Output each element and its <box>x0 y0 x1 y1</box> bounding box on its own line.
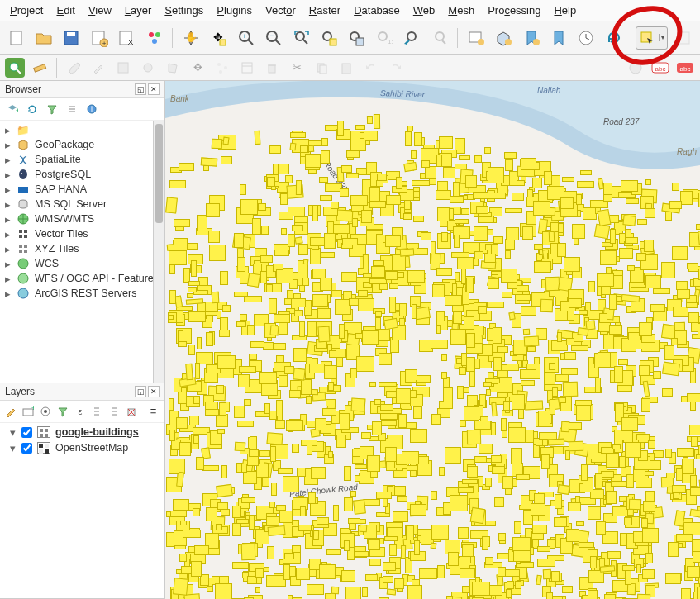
style-manager-button[interactable] <box>143 26 165 50</box>
layers-panel-float-button[interactable]: ◱ <box>135 386 146 397</box>
new-print-layout-button[interactable]: + <box>88 26 110 50</box>
expand-all-icon[interactable] <box>91 404 103 419</box>
add-feature-button[interactable] <box>138 58 158 78</box>
add-group-icon[interactable]: + <box>22 404 35 419</box>
pan-to-selection-button[interactable]: ✥ <box>207 26 230 50</box>
move-feature-button[interactable]: ✥ <box>188 58 207 78</box>
menu-raster[interactable]: Raster <box>302 1 347 20</box>
menu-help[interactable]: Help <box>547 1 583 20</box>
layers-panel-close-button[interactable]: ✕ <box>148 386 160 397</box>
tree-item-wfs[interactable]: ▸WFS / OGC API - Features <box>0 271 164 286</box>
add-polygon-button[interactable] <box>163 58 183 78</box>
menu-web[interactable]: Web <box>407 1 442 20</box>
style-layer-icon[interactable] <box>5 404 17 419</box>
redo-button[interactable] <box>386 58 406 78</box>
menu-mesh[interactable]: Mesh <box>441 1 481 20</box>
zoom-to-selection-button[interactable] <box>317 26 340 50</box>
layers-tree[interactable]: ▾ google-buildings ▾ OpenStreetMap <box>0 423 164 598</box>
menu-processing[interactable]: Processing <box>481 1 547 20</box>
tree-item-wms[interactable]: ▸WMS/WMTS <box>0 212 164 226</box>
tree-item-arcgis[interactable]: ▸ArcGIS REST Servers <box>0 286 164 301</box>
tree-item-geopackage[interactable]: ▸GeoPackage <box>0 137 164 152</box>
zoom-full-button[interactable] <box>290 26 312 50</box>
layer-item-google-buildings[interactable]: ▾ google-buildings <box>0 425 164 440</box>
browser-scrollbar[interactable] <box>153 121 164 383</box>
measure-button[interactable] <box>30 58 50 78</box>
filter-browser-icon[interactable] <box>45 102 60 116</box>
new-3d-view-button[interactable] <box>493 26 515 50</box>
layer-item-openstreetmap[interactable]: ▾ OpenStreetMap <box>0 440 164 456</box>
toolbar-separator <box>56 58 57 78</box>
map-canvas[interactable]: Sahibi River Nallah Road 237 Road 237 Pa… <box>165 81 700 599</box>
layout-manager-button[interactable] <box>116 26 138 50</box>
select-features-button[interactable]: ▾ <box>636 26 668 50</box>
tree-item-vectortiles[interactable]: ▸Vector Tiles <box>0 226 164 241</box>
pan-button[interactable]: ✋ <box>179 26 202 50</box>
zoom-to-layer-button[interactable] <box>345 26 368 50</box>
tree-item-saphana[interactable]: ▸SAP HANA <box>0 182 164 197</box>
tree-item-spatialite[interactable]: ▸SpatiaLite <box>0 152 164 167</box>
save-edits-button[interactable] <box>113 58 133 78</box>
vertex-tool-button[interactable] <box>212 58 232 78</box>
toggle-editing-button[interactable] <box>88 58 108 78</box>
label-abc-button[interactable]: abc <box>650 58 670 78</box>
menu-view[interactable]: View <box>82 1 118 20</box>
refresh-button[interactable] <box>602 26 625 50</box>
menu-layer[interactable]: Layer <box>118 1 159 20</box>
undo-button[interactable] <box>361 58 381 78</box>
browser-panel-close-button[interactable]: ✕ <box>148 83 160 95</box>
zoom-native-button[interactable]: 1:1 <box>373 26 395 50</box>
filter-legend-icon[interactable] <box>56 404 69 419</box>
layers-menu-icon[interactable]: ≡ <box>147 404 160 419</box>
zoom-in-button[interactable]: + <box>235 26 257 50</box>
layer-visibility-checkbox[interactable] <box>21 427 32 438</box>
globe-icon <box>17 257 30 270</box>
tree-item-home[interactable]: ▸📁 <box>0 122 164 137</box>
menu-database[interactable]: Database <box>347 1 407 20</box>
copy-features-button[interactable] <box>312 58 331 78</box>
layer-visibility-checkbox[interactable] <box>21 443 32 454</box>
tree-item-postgresql[interactable]: ▸PostgreSQL <box>0 167 164 182</box>
tree-item-mssql[interactable]: ▸MS SQL Server <box>0 197 164 212</box>
new-map-view-button[interactable] <box>464 26 487 50</box>
show-bookmarks-button[interactable] <box>547 26 569 50</box>
browser-panel-float-button[interactable]: ◱ <box>135 83 146 95</box>
tree-item-wcs[interactable]: ▸WCS <box>0 256 164 271</box>
menu-settings[interactable]: Settings <box>158 1 210 20</box>
open-project-button[interactable] <box>32 26 55 50</box>
zoom-next-button[interactable] <box>428 26 450 50</box>
menu-vector[interactable]: Vector <box>259 1 302 20</box>
cut-features-button[interactable]: ✂ <box>287 58 307 78</box>
menu-project[interactable]: PProjectroject <box>3 1 50 20</box>
new-project-button[interactable] <box>5 26 27 50</box>
menu-plugins[interactable]: Plugins <box>210 1 259 20</box>
manage-themes-icon[interactable] <box>40 404 52 419</box>
temporal-controller-button[interactable] <box>575 26 598 50</box>
current-edits-button[interactable] <box>64 58 83 78</box>
paste-features-button[interactable] <box>336 58 356 78</box>
refresh-browser-icon[interactable] <box>25 102 40 116</box>
menu-edit[interactable]: Edit <box>50 1 81 20</box>
deselect-button[interactable] <box>673 26 695 50</box>
svg-point-43 <box>217 63 221 66</box>
label-abc-red-button[interactable]: abc <box>675 58 695 78</box>
collapse-all-icon[interactable] <box>108 404 121 419</box>
modify-attributes-button[interactable] <box>237 58 257 78</box>
tree-item-xyz[interactable]: ▸XYZ Tiles <box>0 241 164 256</box>
zoom-last-button[interactable] <box>400 26 422 50</box>
no-action-button[interactable] <box>626 58 645 78</box>
delete-selected-button[interactable] <box>262 58 282 78</box>
select-features-dropdown[interactable]: ▾ <box>659 34 667 41</box>
identify-button[interactable] <box>5 58 25 78</box>
save-project-button[interactable] <box>60 26 83 50</box>
new-bookmark-button[interactable] <box>520 26 542 50</box>
collapse-all-icon[interactable] <box>64 102 79 116</box>
expression-filter-icon[interactable]: ε <box>74 404 86 419</box>
add-layer-icon[interactable]: + <box>5 102 20 116</box>
properties-widget-icon[interactable]: i <box>84 102 99 116</box>
browser-tree[interactable]: ▸📁 ▸GeoPackage ▸SpatiaLite ▸PostgreSQL ▸… <box>0 121 164 383</box>
zoom-out-button[interactable]: − <box>262 26 284 50</box>
svg-rect-71 <box>24 245 27 248</box>
svg-rect-68 <box>19 235 22 238</box>
remove-layer-icon[interactable] <box>125 404 137 419</box>
